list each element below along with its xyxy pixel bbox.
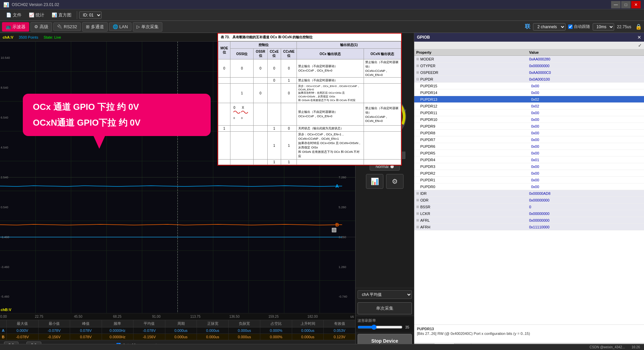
wave-slider-value: 35 [405, 325, 412, 329]
wave-slider[interactable] [358, 324, 402, 330]
gpio-row-pupdr5[interactable]: PUPDR5 0x00 [414, 150, 644, 157]
gpio-row-pupdr12[interactable]: PUPDR12 0x02 [414, 103, 644, 110]
gpio-row-pupdr15[interactable]: PUPDR15 0x00 [414, 83, 644, 89]
gpio-row-pupdr8[interactable]: PUPDR8 0x00 [414, 130, 644, 136]
gpio-row-afrl[interactable]: ⊞ AFRL 0x00000000 [414, 217, 644, 224]
svg-text:X: X [242, 106, 244, 110]
table-row: 1 1 0 关闭状态（输出此能为无效状态） [218, 126, 401, 132]
annotation-line2: OCxN通道 GPIO下拉 约 0V [33, 117, 201, 129]
auto-sync-checkbox[interactable] [568, 25, 573, 29]
gpio-table-header: Property Value [414, 49, 644, 56]
gpio-row-bssr[interactable]: ⊞ BSSR 0 [414, 204, 644, 210]
meas-row-a: A 0.000V -0.078V 0.078V 0.0000Hz -0.078V… [0, 327, 355, 334]
gear-button[interactable]: ⚙ [386, 174, 404, 189]
tool-advanced[interactable]: ⚙ 高级 [31, 22, 52, 32]
single-icon: ▷ [137, 24, 140, 29]
maximize-button[interactable]: □ [621, 1, 631, 8]
meas-header: 最大值 最小值 峰值 频率 平均值 周期 正脉宽 负脉宽 占空比 上升时间 有效… [0, 320, 355, 327]
gpio-row-idr[interactable]: ⊞ IDR 0x00000AD8 [414, 190, 644, 197]
table-row: 0 0 0 0 0 禁止输出（不由定时器驱动）OCx=CCxP，OCx_EN=0… [218, 59, 401, 78]
lan-icon: 🌐 [113, 24, 118, 29]
title-bar: 📊 OSCH02 Version 23.01.02 — □ ✕ [0, 0, 644, 9]
gpio-row-moder[interactable]: ⊞ MODER 0xAA000280 [414, 56, 644, 62]
gpio-desc-text: [Bits 27..26] RW (@ 0x4002040C) Port x c… [417, 332, 641, 336]
menu-histogram[interactable]: 📊 直方图 [48, 11, 75, 19]
ch-a-header-label: chA:V [3, 35, 13, 39]
tool-single[interactable]: ▷ 单次采集 [133, 22, 162, 32]
status-text: CSDN @weixin_4342... [590, 345, 625, 349]
tool-oscilloscope[interactable]: 📺 示波器 [2, 22, 29, 32]
gpio-row-odr[interactable]: ⊞ ODR 0x00000000 [414, 197, 644, 204]
rs232-icon: 🔌 [57, 24, 62, 29]
gpio-row-pupdr1[interactable]: PUPDR1 0x00 [414, 177, 644, 183]
oscilloscope-icon: 📺 [6, 24, 11, 29]
gpio-row-pupdr10[interactable]: PUPDR10 0x00 [414, 116, 644, 123]
ch-avg-area: chA 平均值 [356, 288, 414, 301]
gpio-row-pupdr6[interactable]: PUPDR6 0x00 [414, 143, 644, 150]
menu-bar: 📄 文件 📈 统计 📊 直方图 ID: 01 [0, 9, 644, 21]
single-acq-button[interactable]: 单次采集 [358, 302, 412, 314]
table-title-row: 表 73. 具有断路功能的互补通道 OCx 和 OCxN 的输出控制位 [218, 34, 401, 41]
gpio-header: GPIOB ✕ [414, 33, 644, 42]
file-icon: 📄 [6, 12, 11, 17]
id-select[interactable]: ID: 01 [79, 11, 102, 19]
annotation-line1: OCx 通道 GPIO 下拉 约 0V [33, 101, 201, 113]
gpio-row-pupdr4[interactable]: PUPDR4 0x01 [414, 157, 644, 163]
stats-icon: 📈 [29, 12, 34, 17]
gpio-row-pupdr0[interactable]: PUPDR0 0x00 [414, 183, 644, 190]
gpio-row-pupdr11[interactable]: PUPDR11 0x00 [414, 110, 644, 116]
gpio-row-ospeedr[interactable]: ⊞ OSPEEDR 0xAA0000C0 [414, 69, 644, 76]
y-axis-a: 10.540 8.540 6.540 4.540 2.540 0.540 -1.… [1, 42, 10, 313]
svg-text:0: 0 [233, 106, 235, 110]
gpio-close-btn[interactable]: ✕ [637, 35, 641, 40]
gpio-panel: GPIOB ✕ ✓ Property Value ⊞ MODER 0xAA000… [414, 33, 644, 350]
gpio-row-pupdr13[interactable]: PUPDR13 0x02 [414, 96, 644, 103]
gpio-row-pupdr9[interactable]: PUPDR9 0x00 [414, 123, 644, 130]
close-button[interactable]: ✕ [631, 1, 641, 8]
x-unit: us [350, 315, 354, 318]
connect-label: 联 [525, 23, 530, 30]
annotation-bubble: OCx 通道 GPIO 下拉 约 0V OCxN通道 GPIO下拉 约 0V [23, 94, 211, 136]
svg-text:0: 0 [233, 117, 235, 120]
chart-button[interactable]: 📊 [366, 174, 383, 189]
gpio-row-pupdr7[interactable]: PUPDR7 0x00 [414, 136, 644, 143]
histogram-icon: 📊 [52, 12, 57, 17]
lock-icon: 🔒 [635, 24, 642, 30]
gpio-check-icon: ✓ [638, 43, 642, 48]
menu-file[interactable]: 📄 文件 [3, 11, 25, 19]
app-title: OSCH02 Version 23.01.02 [12, 2, 59, 7]
gpio-desc: PUPDR13 [Bits 27..26] RW (@ 0x4002040C) … [414, 324, 644, 343]
channel-select[interactable]: 2 channels [533, 23, 566, 31]
waveform-sketch: 0 X 0 0 [232, 104, 252, 124]
table-row: 1 1 [218, 160, 401, 165]
gpio-row-otyper[interactable]: ⊞ OTYPER 0x00000000 [414, 62, 644, 69]
gpio-row-pupdr14[interactable]: PUPDR14 0x00 [414, 89, 644, 96]
advanced-icon: ⚙ [34, 24, 38, 29]
gpio-row-pupdr2[interactable]: PUPDR2 0x00 [414, 170, 644, 177]
minimize-button[interactable]: — [611, 1, 621, 8]
gpio-row-afrh[interactable]: ⊞ AFRH 0x11110000 [414, 224, 644, 230]
gpio-title: GPIOB [417, 35, 430, 40]
table-row: 0 X 0 0 禁止输出（不由定时器驱动）OCx=CCxP，OCx_EN=0 [218, 103, 401, 126]
gpio-rows[interactable]: ⊞ MODER 0xAA000280 ⊞ OTYPER 0x00000000 ⊞… [414, 56, 644, 324]
tool-lan[interactable]: 🌐 LAN [109, 23, 131, 31]
wave-slider-label: 波形刷新率 [358, 318, 412, 323]
table-row: 1 1 异步：OCx=CCxP，OCx_EN=1，OCxN=CCxNP，OCxN… [218, 132, 401, 160]
menu-stats[interactable]: 📈 统计 [25, 11, 48, 19]
wave-slider-area: 波形刷新率 35 [356, 316, 414, 332]
state-label: State: Live [44, 35, 61, 39]
gpio-row-pupdr3[interactable]: PUPDR3 0x00 [414, 163, 644, 170]
gpio-row-lckr[interactable]: ⊞ LCKR 0x00000000 [414, 210, 644, 217]
table-overlay: 表 73. 具有断路功能的互补通道 OCx 和 OCxN 的输出控制位 MOE位… [217, 33, 402, 166]
gpio-row-pupdr[interactable]: ⊟ PUPDR 0x0A000100 [414, 76, 644, 83]
gpio-selected-prop: PUPDR13 [417, 327, 641, 331]
tool-rs232[interactable]: 🔌 RS232 [53, 23, 81, 31]
points-label: 3500 Points [19, 35, 38, 39]
auto-sync-check[interactable]: 自动跟随 [568, 24, 590, 30]
time-unit: 22.75us [617, 25, 631, 29]
time-select[interactable]: 10ms [593, 23, 614, 31]
tool-multichannel[interactable]: ⊞ 多通道 [82, 22, 108, 32]
ch-avg-select[interactable]: chA 平均值 [358, 290, 412, 299]
inner-table: MOE位 控制位 输出状态(1) OSSI位 OSSR位 CCxE位 CCxNE… [218, 41, 401, 165]
gpio-toolbar: ✓ [414, 42, 644, 49]
